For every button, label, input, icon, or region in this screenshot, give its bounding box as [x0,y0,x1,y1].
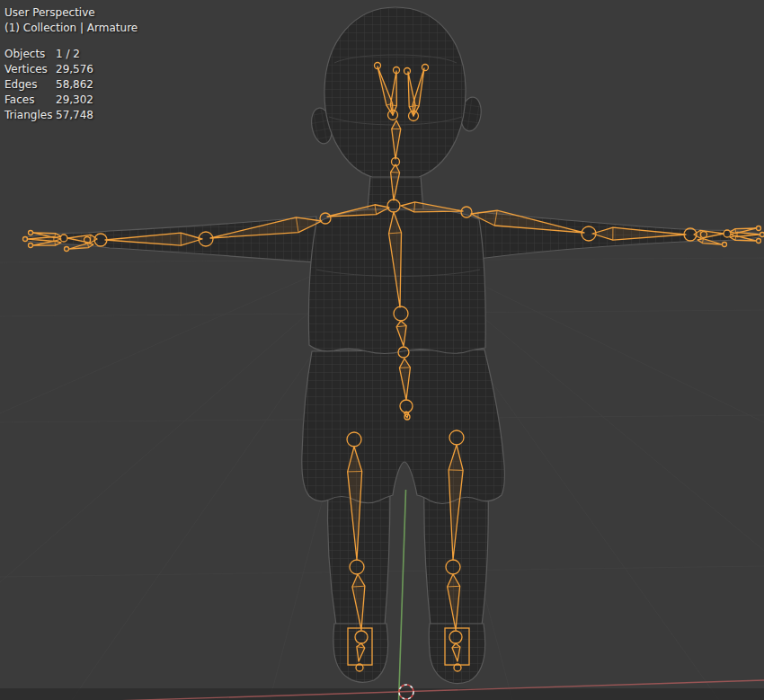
stat-label: Triangles [4,108,56,123]
armature-joint[interactable] [757,239,761,244]
scene-statistics: Objects 1 / 2 Vertices 29,576 Edges 58,8… [4,47,138,123]
stat-row-triangles: Triangles 57,748 [4,108,138,123]
armature-bone-waist[interactable] [448,586,460,587]
y-axis-line [399,490,406,700]
armature-joint[interactable] [723,243,727,247]
stat-label: Vertices [4,62,56,77]
active-object-breadcrumb: (1) Collection | Armature [4,21,138,36]
armature-bone-waist[interactable] [399,368,410,368]
armature-joint[interactable] [29,231,33,235]
armature-bone[interactable] [401,202,463,212]
stat-value: 58,862 [56,77,93,93]
armature-joint[interactable] [29,244,33,248]
armature-joint[interactable] [757,226,761,231]
stat-row-vertices: Vertices 29,576 [4,62,138,77]
stat-label: Edges [4,77,56,93]
armature-joint[interactable] [760,233,764,237]
armature-joint[interactable] [65,247,69,252]
stat-value: 29,576 [56,62,93,77]
bottom-shade-band [0,688,764,700]
stat-label: Faces [4,93,56,108]
stat-value: 1 / 2 [56,47,80,62]
stat-row-objects: Objects 1 / 2 [4,47,138,62]
stat-value: 57,748 [56,108,93,123]
armature-bone-waist[interactable] [390,105,396,106]
stat-row-edges: Edges 58,862 [4,77,138,93]
viewport-text-overlay: User Perspective (1) Collection | Armatu… [4,5,138,123]
stat-value: 29,302 [56,93,93,108]
armature-bone-waist[interactable] [735,235,736,240]
view-name-label: User Perspective [4,5,138,21]
stat-label: Objects [4,47,56,62]
blender-3d-viewport[interactable]: User Perspective (1) Collection | Armatu… [0,0,764,700]
stat-row-faces: Faces 29,302 [4,93,138,108]
